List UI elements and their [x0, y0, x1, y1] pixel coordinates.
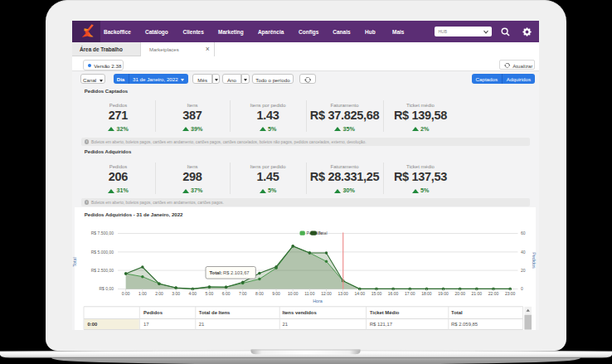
svg-text:0: 0 — [521, 286, 523, 291]
svg-text:20: 20 — [521, 268, 526, 273]
svg-text:60: 60 — [521, 231, 526, 235]
svg-text:21: 21 — [199, 322, 205, 327]
svg-text:R$ 2.059,85: R$ 2.059,85 — [451, 322, 478, 327]
svg-text:Hora: Hora — [313, 298, 323, 303]
svg-text:Total:: Total: — [210, 270, 222, 275]
svg-text:Ticket Médio: Ticket Médio — [370, 310, 400, 315]
svg-text:0:00: 0:00 — [88, 322, 99, 327]
svg-text:Total: Total — [451, 310, 463, 315]
svg-text:R$ 7.500,00: R$ 7.500,00 — [91, 231, 114, 235]
svg-text:R$ 2.500,00: R$ 2.500,00 — [91, 268, 114, 273]
svg-text:40: 40 — [521, 250, 526, 255]
svg-text:R$ 5.000,00: R$ 5.000,00 — [91, 250, 114, 255]
svg-text:Total: Total — [318, 231, 328, 235]
svg-text:17: 17 — [143, 322, 149, 327]
svg-text:R$ 0,00: R$ 0,00 — [99, 286, 114, 291]
svg-text:Total de Itens: Total de Itens — [199, 310, 231, 315]
svg-text:Itens vendidos: Itens vendidos — [283, 310, 318, 315]
svg-text:Total: Total — [72, 257, 77, 266]
svg-text:21: 21 — [283, 322, 289, 327]
svg-text:R$ 2.103,67: R$ 2.103,67 — [223, 270, 250, 275]
svg-text:Pedidos: Pedidos — [532, 252, 537, 269]
svg-text:R$ 121,17: R$ 121,17 — [370, 322, 392, 327]
svg-text:Pedidos: Pedidos — [143, 310, 163, 315]
